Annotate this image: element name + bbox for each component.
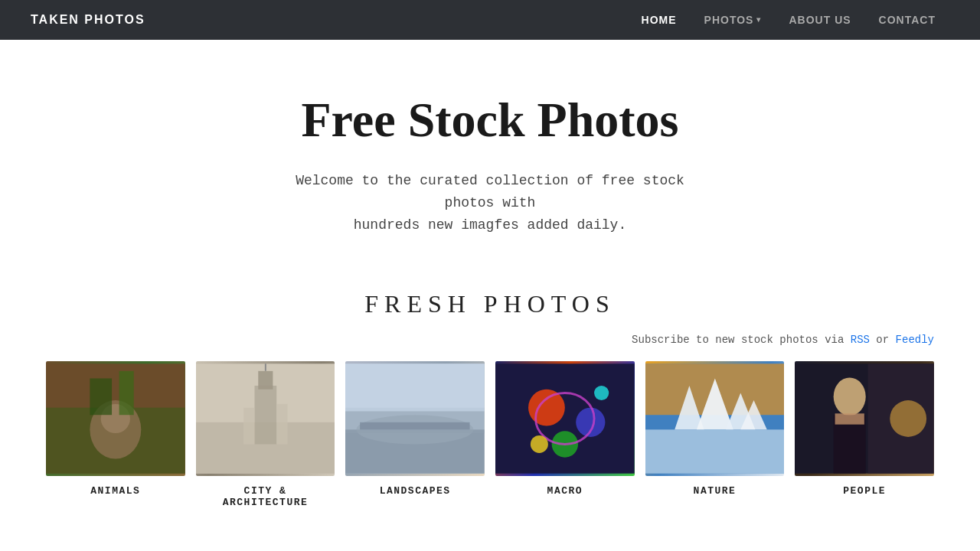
svg-rect-9 <box>258 371 273 390</box>
fresh-photos-title: FRESH PHOTOS <box>46 290 934 318</box>
svg-point-25 <box>594 386 609 400</box>
nav-link-photos[interactable]: PHOTOS ▾ <box>691 0 776 40</box>
svg-point-20 <box>528 390 565 426</box>
category-people[interactable]: PEOPLE <box>795 361 934 508</box>
subscribe-bar: Subscribe to new stock photos via RSS or… <box>46 334 934 346</box>
svg-point-38 <box>890 400 927 437</box>
category-macro[interactable]: MACRO <box>495 361 635 508</box>
category-label-macro: MACRO <box>547 485 583 497</box>
nav-links: HOME PHOTOS ▾ ABOUT US CONTACT <box>628 0 949 40</box>
svg-rect-5 <box>119 371 134 415</box>
hero-title: Free Stock Photos <box>15 93 965 147</box>
photo-grid: ANIMALS CITY & ARCHIT <box>46 361 934 508</box>
svg-point-24 <box>531 435 548 453</box>
nav-item-about[interactable]: ABOUT US <box>775 0 864 40</box>
category-landscapes[interactable]: LANDSCAPES <box>345 361 485 508</box>
svg-rect-10 <box>243 407 254 444</box>
nav-link-contact[interactable]: CONTACT <box>865 0 949 40</box>
nav-item-contact[interactable]: CONTACT <box>865 0 949 40</box>
nav-item-home[interactable]: HOME <box>628 0 691 40</box>
category-nature[interactable]: NATURE <box>645 361 785 508</box>
svg-rect-18 <box>345 364 485 411</box>
photo-thumb-nature <box>645 361 785 476</box>
category-animals[interactable]: ANIMALS <box>46 361 185 508</box>
svg-rect-28 <box>645 429 785 473</box>
photo-thumb-macro <box>495 361 635 476</box>
svg-rect-8 <box>254 386 276 444</box>
nav-link-about[interactable]: ABOUT US <box>775 0 864 40</box>
photo-thumb-people <box>795 361 934 476</box>
svg-rect-11 <box>276 404 287 445</box>
category-label-people: PEOPLE <box>843 485 886 497</box>
chevron-down-icon: ▾ <box>756 0 761 40</box>
category-label-city: CITY & ARCHITECTURE <box>223 485 309 508</box>
navbar: TAKEN PHOTOS HOME PHOTOS ▾ ABOUT US CONT… <box>0 0 980 40</box>
photo-thumb-animals <box>46 361 185 476</box>
photo-thumb-city <box>196 361 335 476</box>
svg-rect-37 <box>835 413 864 424</box>
nav-brand[interactable]: TAKEN PHOTOS <box>31 13 145 27</box>
nav-item-photos[interactable]: PHOTOS ▾ <box>691 0 776 40</box>
photo-thumb-landscapes <box>345 361 485 476</box>
hero-section: Free Stock Photos Welcome to the curated… <box>0 40 980 259</box>
svg-point-35 <box>834 377 866 416</box>
nav-link-home[interactable]: HOME <box>628 0 691 40</box>
hero-subtitle: Welcome to the curated collection of fre… <box>276 170 704 236</box>
rss-link[interactable]: RSS <box>851 334 870 346</box>
svg-rect-17 <box>360 422 469 430</box>
category-label-nature: NATURE <box>694 485 737 497</box>
category-city[interactable]: CITY & ARCHITECTURE <box>196 361 335 508</box>
feedly-link[interactable]: Feedly <box>896 334 934 346</box>
svg-rect-4 <box>90 378 112 415</box>
category-label-animals: ANIMALS <box>90 485 140 497</box>
category-label-landscapes: LANDSCAPES <box>380 485 451 497</box>
fresh-photos-section: FRESH PHOTOS Subscribe to new stock phot… <box>0 259 980 531</box>
